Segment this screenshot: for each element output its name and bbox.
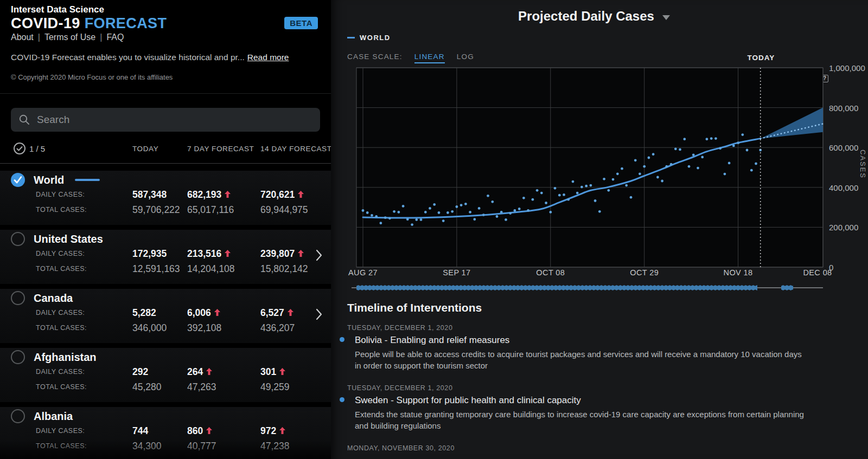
increase-arrow-icon bbox=[214, 309, 220, 316]
daily-cases-line: DAILY CASES:172,935213,516239,807 bbox=[0, 248, 331, 260]
daily-today-value: 292 bbox=[132, 366, 148, 378]
slider-selected-range[interactable] bbox=[356, 285, 758, 291]
total-cases-label: TOTAL CASES: bbox=[36, 265, 87, 273]
intervention-date: TUESDAY, DECEMBER 1, 2020 bbox=[347, 384, 852, 392]
daily-today-value: 587,348 bbox=[132, 189, 167, 201]
total-today-value: 45,280 bbox=[132, 382, 162, 393]
beta-badge: BETA bbox=[284, 17, 318, 29]
country-list: WorldDAILY CASES:587,348682,193720,621TO… bbox=[0, 171, 331, 459]
country-name: World bbox=[34, 174, 64, 186]
intervention-date: MONDAY, NOVEMBER 30, 2020 bbox=[347, 444, 852, 452]
daily-14day-value: 972 bbox=[260, 425, 285, 437]
country-checkbox[interactable] bbox=[11, 291, 25, 305]
intervention-list: TUESDAY, DECEMBER 1, 2020Bolivia - Enabl… bbox=[347, 324, 852, 452]
increase-arrow-icon bbox=[206, 427, 212, 434]
x-tick-label: OCT 29 bbox=[620, 268, 669, 277]
country-name: Canada bbox=[34, 292, 73, 305]
check-icon bbox=[14, 176, 22, 184]
daily-today-value: 172,935 bbox=[132, 248, 167, 260]
search-input[interactable] bbox=[37, 114, 312, 126]
country-checkbox[interactable] bbox=[11, 232, 25, 246]
total-cases-label: TOTAL CASES: bbox=[36, 442, 87, 450]
total-cases-line: TOTAL CASES:59,706,22265,017,11669,944,9… bbox=[0, 204, 331, 216]
intervention-body: Extends the statue granting temporary ca… bbox=[347, 409, 806, 431]
intervention-entry: TUESDAY, DECEMBER 1, 2020Sweden - Suppor… bbox=[347, 384, 852, 431]
country-row-canada[interactable]: CanadaDAILY CASES:5,2826,0066,527TOTAL C… bbox=[0, 289, 331, 343]
daily-7day-value: 6,006 bbox=[187, 307, 220, 319]
increase-arrow-icon bbox=[225, 250, 231, 257]
intervention-title: Sweden - Support for public health and c… bbox=[355, 395, 581, 405]
search-box[interactable] bbox=[11, 108, 320, 132]
daily-cases-label: DAILY CASES: bbox=[36, 250, 85, 257]
plot-background bbox=[356, 68, 823, 267]
x-tick-label: OCT 08 bbox=[526, 268, 575, 277]
country-row-albania[interactable]: AlbaniaDAILY CASES:744860972TOTAL CASES:… bbox=[0, 407, 331, 459]
daily-cases-line: DAILY CASES:5,2826,0066,527 bbox=[0, 307, 331, 319]
increase-arrow-icon bbox=[279, 427, 285, 434]
select-all-icon[interactable] bbox=[13, 142, 26, 157]
x-tick-label: AUG 27 bbox=[339, 268, 387, 277]
daily-14day-value: 720,621 bbox=[260, 189, 304, 201]
forecast-chart[interactable] bbox=[331, 0, 868, 303]
daily-7day-value: 682,193 bbox=[187, 189, 231, 201]
x-tick-label: SEP 17 bbox=[432, 268, 481, 277]
daily-14day-value: 239,807 bbox=[260, 248, 304, 260]
app-root: Interset Data Science COVID-19 FORECAST … bbox=[0, 0, 868, 459]
intervention-title-row: Bolivia - Enabling and relief measures bbox=[347, 335, 852, 346]
read-more-link[interactable]: Read more bbox=[247, 53, 289, 62]
country-list-header: 1 / 5 TODAY 7 DAY FORECAST 14 DAY FORECA… bbox=[0, 141, 331, 158]
total-today-value: 59,706,222 bbox=[132, 204, 180, 216]
y-tick-label: 400,000 bbox=[829, 183, 858, 192]
increase-arrow-icon bbox=[298, 250, 304, 257]
total-14day-value: 436,207 bbox=[260, 322, 295, 334]
nav-link-faq[interactable]: FAQ bbox=[106, 33, 124, 42]
total-today-value: 346,000 bbox=[132, 322, 167, 334]
intervention-entry: TUESDAY, DECEMBER 1, 2020Bolivia - Enabl… bbox=[347, 324, 852, 371]
nav-link-terms-of-use[interactable]: Terms of Use bbox=[44, 33, 95, 42]
total-cases-label: TOTAL CASES: bbox=[36, 324, 87, 332]
country-name: Afghanistan bbox=[34, 351, 97, 364]
increase-arrow-icon bbox=[288, 309, 293, 316]
increase-arrow-icon bbox=[298, 191, 304, 198]
daily-7day-value: 860 bbox=[187, 425, 212, 437]
country-checkbox[interactable] bbox=[11, 409, 25, 423]
series-color-dash bbox=[75, 179, 100, 181]
y-tick-label: 200,000 bbox=[829, 223, 858, 232]
total-7day-value: 40,777 bbox=[187, 441, 216, 452]
country-row-afghanistan[interactable]: AfghanistanDAILY CASES:292264301TOTAL CA… bbox=[0, 348, 331, 402]
daily-cases-line: DAILY CASES:292264301 bbox=[0, 366, 331, 378]
forecast-panel: Projected Daily Cases WORLD CASE SCALE: … bbox=[331, 0, 868, 459]
daily-cases-label: DAILY CASES: bbox=[36, 368, 85, 376]
total-14day-value: 47,238 bbox=[260, 441, 290, 452]
increase-arrow-icon bbox=[279, 368, 285, 375]
total-today-value: 34,300 bbox=[132, 441, 162, 452]
nav-separator: | bbox=[100, 33, 102, 42]
daily-14day-value: 6,527 bbox=[260, 307, 293, 319]
nav-separator: | bbox=[38, 33, 40, 42]
country-name: United States bbox=[34, 233, 103, 245]
y-axis-title: CASES bbox=[858, 145, 867, 183]
header-nav: About|Terms of Use|FAQ bbox=[11, 33, 124, 42]
copyright-text: © Copyright 2020 Micro Focus or one of i… bbox=[11, 73, 173, 81]
country-row-world[interactable]: WorldDAILY CASES:587,348682,193720,621TO… bbox=[0, 171, 331, 225]
country-checkbox[interactable] bbox=[11, 350, 25, 364]
intervention-entry: MONDAY, NOVEMBER 30, 2020 bbox=[347, 444, 852, 452]
total-14day-value: 15,802,142 bbox=[260, 263, 308, 275]
total-cases-line: TOTAL CASES:45,28047,26349,259 bbox=[0, 382, 331, 393]
date-range-slider[interactable] bbox=[331, 283, 868, 292]
interventions-heading: Timeline of Interventions bbox=[347, 301, 852, 314]
event-dot-icon bbox=[340, 397, 344, 402]
search-icon bbox=[18, 114, 30, 126]
intervention-title: Bolivia - Enabling and relief measures bbox=[355, 335, 509, 345]
event-dot-icon bbox=[340, 337, 344, 342]
country-row-united-states[interactable]: United StatesDAILY CASES:172,935213,5162… bbox=[0, 230, 331, 284]
nav-link-about[interactable]: About bbox=[11, 33, 34, 42]
total-cases-line: TOTAL CASES:346,000392,108436,207 bbox=[0, 322, 331, 334]
daily-7day-value: 213,516 bbox=[187, 248, 231, 260]
slider-extra-segment[interactable] bbox=[781, 285, 794, 291]
country-checkbox-checked[interactable] bbox=[11, 173, 25, 187]
daily-cases-label: DAILY CASES: bbox=[36, 191, 85, 198]
total-cases-label: TOTAL CASES: bbox=[36, 383, 87, 391]
daily-14day-value: 301 bbox=[260, 366, 285, 378]
daily-today-value: 5,282 bbox=[132, 307, 156, 319]
